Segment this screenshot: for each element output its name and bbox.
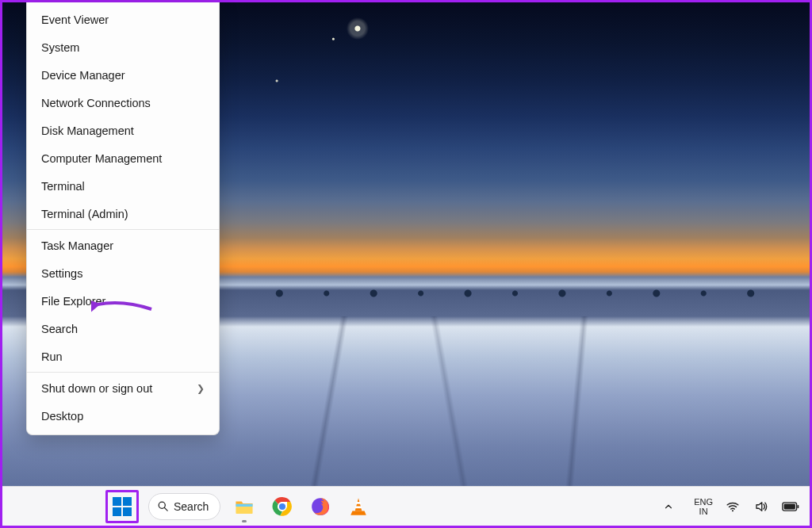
menu-item-label: Desktop bbox=[41, 410, 83, 423]
menu-item-label: Terminal bbox=[41, 180, 85, 193]
menu-item-device-manager[interactable]: Device Manager bbox=[27, 61, 219, 89]
taskbar-right-group: ENG IN bbox=[654, 491, 800, 522]
menu-item-label: Terminal (Admin) bbox=[41, 208, 128, 220]
windows-logo-icon bbox=[113, 497, 132, 516]
menu-item-shut-down-or-sign-out[interactable]: Shut down or sign out ❯ bbox=[27, 374, 219, 402]
tray-battery[interactable] bbox=[781, 491, 800, 522]
svg-rect-12 bbox=[784, 503, 795, 509]
menu-item-label: Device Manager bbox=[41, 69, 125, 82]
menu-item-settings[interactable]: Settings bbox=[27, 259, 219, 287]
taskbar-app-file-explorer[interactable] bbox=[230, 491, 259, 522]
menu-item-system[interactable]: System bbox=[27, 33, 219, 61]
taskbar-app-chrome[interactable] bbox=[268, 491, 297, 522]
menu-item-file-explorer[interactable]: File Explorer bbox=[27, 287, 219, 315]
language-line1: ENG bbox=[694, 497, 713, 507]
svg-line-1 bbox=[164, 507, 167, 511]
menu-separator bbox=[27, 229, 219, 230]
chrome-icon bbox=[272, 496, 293, 517]
file-explorer-icon bbox=[234, 496, 255, 517]
menu-item-label: Settings bbox=[41, 267, 82, 280]
menu-item-label: Event Viewer bbox=[41, 13, 109, 26]
menu-item-terminal-admin[interactable]: Terminal (Admin) bbox=[27, 200, 219, 228]
menu-item-run[interactable]: Run bbox=[27, 342, 219, 370]
taskbar-search-label: Search bbox=[174, 500, 209, 513]
taskbar-app-firefox[interactable] bbox=[306, 491, 335, 522]
svg-rect-3 bbox=[236, 503, 253, 506]
menu-item-label: Network Connections bbox=[41, 97, 151, 109]
firefox-icon bbox=[310, 496, 331, 517]
taskbar-app-vlc[interactable] bbox=[344, 491, 373, 522]
chevron-right-icon: ❯ bbox=[197, 383, 205, 394]
vlc-icon bbox=[348, 496, 369, 517]
menu-item-task-manager[interactable]: Task Manager bbox=[27, 231, 219, 259]
tray-overflow-button[interactable] bbox=[654, 491, 683, 522]
menu-item-label: Disk Management bbox=[41, 124, 134, 137]
menu-item-search[interactable]: Search bbox=[27, 315, 219, 342]
svg-rect-13 bbox=[797, 504, 799, 507]
menu-item-event-viewer[interactable]: Event Viewer bbox=[27, 6, 219, 33]
menu-item-label: Shut down or sign out bbox=[41, 382, 152, 395]
svg-rect-9 bbox=[355, 506, 362, 508]
menu-item-label: Run bbox=[41, 350, 63, 363]
language-line2: IN bbox=[699, 507, 708, 516]
tray-wifi[interactable] bbox=[724, 491, 741, 522]
taskbar-left-group: Search bbox=[105, 490, 373, 523]
taskbar: Search bbox=[2, 486, 810, 526]
menu-item-label: Computer Management bbox=[41, 152, 162, 165]
wifi-icon bbox=[726, 499, 740, 514]
menu-item-label: Search bbox=[41, 323, 78, 335]
battery-icon bbox=[782, 501, 799, 512]
menu-item-terminal[interactable]: Terminal bbox=[27, 172, 219, 200]
menu-item-disk-management[interactable]: Disk Management bbox=[27, 117, 219, 144]
menu-item-desktop[interactable]: Desktop bbox=[27, 402, 219, 430]
menu-item-network-connections[interactable]: Network Connections bbox=[27, 89, 219, 117]
menu-item-computer-management[interactable]: Computer Management bbox=[27, 144, 219, 172]
tray-volume[interactable] bbox=[753, 491, 770, 522]
svg-rect-8 bbox=[356, 502, 362, 504]
chevron-up-icon bbox=[663, 501, 674, 512]
svg-point-10 bbox=[732, 510, 733, 511]
search-icon bbox=[157, 500, 169, 512]
menu-item-label: File Explorer bbox=[41, 295, 105, 308]
language-indicator[interactable]: ENG IN bbox=[694, 497, 713, 516]
start-button[interactable] bbox=[105, 490, 139, 523]
menu-item-label: System bbox=[41, 41, 79, 54]
menu-item-label: Task Manager bbox=[41, 239, 113, 252]
wallpaper-decoration bbox=[220, 288, 810, 299]
menu-separator bbox=[27, 372, 219, 373]
winx-context-menu: Event Viewer System Device Manager Netwo… bbox=[26, 2, 220, 435]
screenshot-frame: Event Viewer System Device Manager Netwo… bbox=[0, 0, 812, 528]
taskbar-search[interactable]: Search bbox=[148, 493, 220, 520]
speaker-icon bbox=[754, 499, 768, 514]
